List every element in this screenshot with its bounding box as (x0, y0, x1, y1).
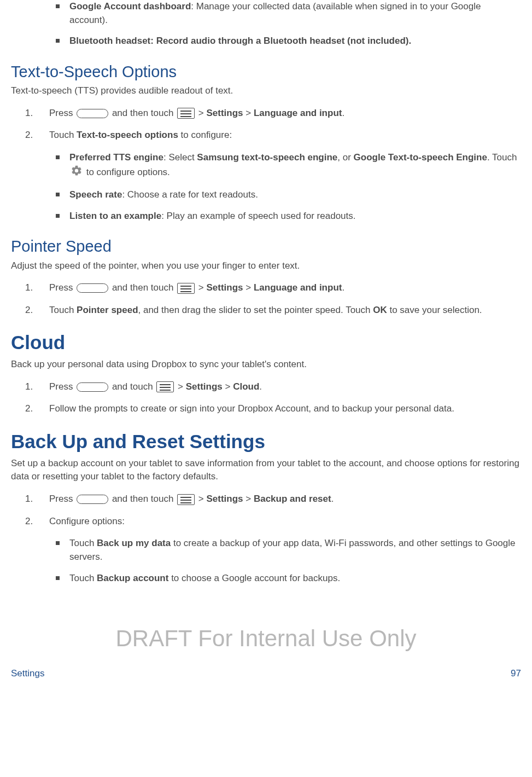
text: and then touch (109, 108, 176, 118)
cloud-section: Cloud Back up your personal data using D… (11, 329, 521, 416)
cloud-intro: Back up your personal data using Dropbox… (11, 358, 521, 372)
text: and touch (109, 381, 155, 392)
backup-steps: 1. Press and then touch > Settings > Bac… (11, 492, 521, 528)
bullet-icon (56, 193, 60, 196)
page-footer: Settings 97 (11, 667, 521, 681)
text: Touch (69, 538, 97, 548)
pointer-intro: Adjust the speed of the pointer, when yo… (11, 259, 521, 273)
text: : Choose a rate for text readouts. (122, 189, 258, 200)
pointer-heading: Pointer Speed (11, 235, 521, 258)
list-item: 1. Press and then touch > Settings > Lan… (11, 281, 521, 295)
num-marker: 1. (25, 492, 49, 506)
bullet-text: Speech rate: Choose a rate for text read… (69, 188, 521, 202)
bullet-text: Google Account dashboard: Manage your co… (69, 0, 521, 27)
num-marker: 1. (25, 380, 49, 394)
step-text: Follow the prompts to create or sign int… (49, 402, 521, 416)
bullet-icon (56, 214, 60, 218)
list-item: 2. Follow the prompts to create or sign … (11, 402, 521, 416)
text: Press (49, 381, 75, 392)
list-item: Preferred TTS engine: Select Samsung tex… (11, 151, 521, 181)
text: > (243, 494, 254, 504)
backup-heading: Back Up and Reset Settings (11, 428, 521, 456)
text: , or (337, 152, 353, 163)
text: and then touch (109, 282, 176, 293)
tts-section: Text-to-Speech Options Text-to-speech (T… (11, 60, 521, 223)
bold-text: Back up my data (97, 538, 171, 548)
text: to configure: (178, 130, 232, 140)
text: Press (49, 108, 75, 118)
num-marker: 2. (25, 129, 49, 142)
num-marker: 2. (25, 515, 49, 529)
bold-text: Listen to an example (69, 211, 161, 221)
spacer (11, 593, 521, 664)
bullet-icon (56, 4, 60, 8)
step-text: Press and touch > Settings > Cloud. (49, 380, 521, 394)
pointer-section: Pointer Speed Adjust the speed of the po… (11, 235, 521, 317)
bullet-text: Preferred TTS engine: Select Samsung tex… (69, 151, 521, 181)
num-marker: 1. (25, 281, 49, 295)
menu-icon (177, 283, 195, 294)
bold-text: Preferred TTS engine (69, 152, 163, 163)
footer-section-name: Settings (11, 667, 44, 681)
intro-bullet-list: Google Account dashboard: Manage your co… (11, 0, 521, 48)
tts-heading: Text-to-Speech Options (11, 60, 521, 83)
text: to configure options. (84, 167, 170, 177)
text: Press (49, 282, 75, 293)
home-button-icon (77, 382, 108, 392)
text: Press (49, 494, 75, 504)
backup-intro: Set up a backup account on your tablet t… (11, 457, 521, 484)
bullet-text: Touch Back up my data to create a backup… (69, 537, 521, 564)
bold-text: Bluetooth headset: Record audio through … (69, 36, 411, 46)
text: . (342, 282, 344, 293)
text: > (196, 282, 206, 293)
bold-text: Settings (207, 494, 243, 504)
text: Touch (69, 573, 97, 583)
list-item: 2. Touch Text-to-speech options to confi… (11, 129, 521, 142)
gear-icon (71, 165, 83, 181)
bullet-icon (56, 576, 60, 580)
bold-text: Pointer speed (77, 305, 138, 315)
text: . (342, 108, 344, 118)
bold-text: Language and input (254, 108, 342, 118)
list-item: 1. Press and then touch > Settings > Lan… (11, 107, 521, 120)
footer-page-number: 97 (511, 667, 521, 681)
text: > (243, 282, 254, 293)
step-text: Configure options: (49, 515, 521, 529)
menu-icon (177, 494, 195, 505)
home-button-icon (77, 283, 108, 293)
list-item: Bluetooth headset: Record audio through … (11, 34, 521, 48)
bold-text: Google Account dashboard (69, 1, 191, 11)
text: : Select (163, 152, 197, 163)
text: > (243, 108, 254, 118)
text: to save your selection. (387, 305, 482, 315)
tts-sub-list: Preferred TTS engine: Select Samsung tex… (11, 151, 521, 223)
bold-text: Settings (186, 381, 223, 392)
backup-sub-list: Touch Back up my data to create a backup… (11, 537, 521, 585)
list-item: 2. Touch Pointer speed, and then drag th… (11, 304, 521, 317)
text: . Touch (487, 152, 517, 163)
tts-steps: 1. Press and then touch > Settings > Lan… (11, 107, 521, 142)
list-item: Touch Back up my data to create a backup… (11, 537, 521, 564)
cloud-heading: Cloud (11, 329, 521, 357)
bold-text: Samsung text-to-speech engine (197, 152, 337, 163)
list-item: Touch Backup account to choose a Google … (11, 572, 521, 585)
home-button-icon (77, 109, 108, 118)
bullet-icon (56, 155, 60, 159)
text: . (331, 494, 334, 504)
num-marker: 2. (25, 304, 49, 317)
text: > (175, 381, 185, 392)
text: to choose a Google account for backups. (168, 573, 340, 583)
bullet-text: Bluetooth headset: Record audio through … (69, 34, 521, 48)
text: > (196, 494, 206, 504)
text: Touch (49, 305, 77, 315)
bold-text: Backup account (97, 573, 168, 583)
step-text: Touch Pointer speed, and then drag the s… (49, 304, 521, 317)
bullet-icon (56, 541, 60, 545)
step-text: Press and then touch > Settings > Backup… (49, 492, 521, 506)
home-button-icon (77, 495, 108, 504)
bullet-text: Touch Backup account to choose a Google … (69, 572, 521, 585)
text: and then touch (109, 494, 176, 504)
list-item: Google Account dashboard: Manage your co… (11, 0, 521, 27)
list-item: Speech rate: Choose a rate for text read… (11, 188, 521, 202)
text: . (259, 381, 262, 392)
